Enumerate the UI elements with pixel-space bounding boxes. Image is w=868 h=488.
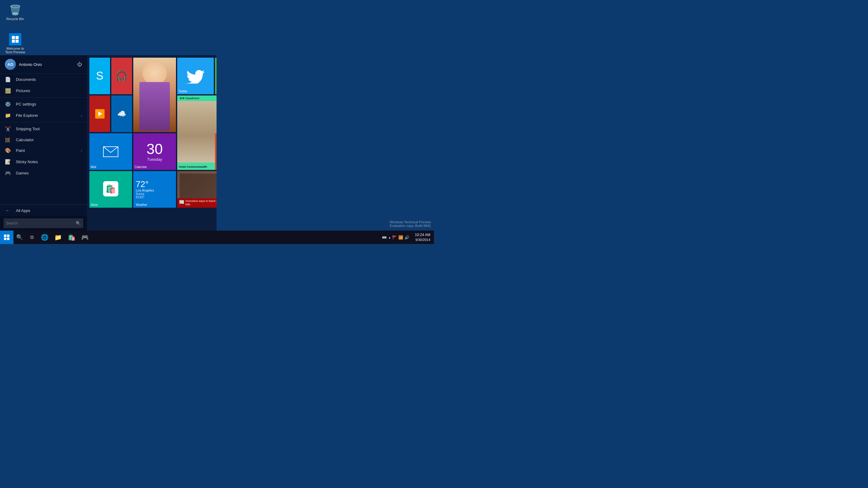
pc-settings-icon: ⚙️ [5,101,11,107]
article-label: Innovative ways to teach computers to ki… [185,200,217,207]
tile-photos[interactable] [133,58,176,132]
network-icon[interactable]: 📶 [398,235,403,240]
search-box-container: 🔍 [0,216,87,231]
snipping-icon: ✂️ [5,126,11,132]
flag-icon[interactable]: 🚩 [392,235,397,240]
weather-location: Los Angeles [136,188,174,192]
mail-label: Mail [91,165,96,169]
start-button[interactable] [0,231,13,244]
weather-label: Weather [136,203,147,207]
ie-icon: 🌐 [41,234,49,241]
watermark: Windows Technical Preview Evaluation cop… [390,220,431,227]
keyboard-icon[interactable]: ⌨️ [382,235,387,240]
pictures-icon: 🖼️ [5,88,11,94]
tile-skype[interactable]: S [89,58,110,94]
nav-item-sticky[interactable]: 📝 Sticky Notes [0,156,87,167]
all-apps-label: All Apps [16,208,30,213]
user-name: Antonio Onio [19,62,77,67]
tile-mint[interactable]: 🌿mint.com [215,58,217,94]
weather-range: 81/62° [136,195,174,199]
user-section[interactable]: AO Antonio Onio ⏻ [0,55,87,74]
welcome-label: Welcome toTech Preview [5,47,25,54]
taskbar: 🔍 ⧉ 🌐 📁 🛍️ 🎮 ⌨️ ▲ 🚩 📶 🔊 [0,231,434,244]
all-apps-button[interactable]: → All Apps [0,205,87,216]
file-explorer-icon: 📁 [5,113,11,118]
nav-item-file-explorer[interactable]: 📁 File Explorer › [0,110,87,121]
mail-icon [103,146,118,157]
store-label: Store [91,203,98,207]
taskbar-store-button[interactable]: 🛍️ [65,231,78,244]
tile-music[interactable]: 🎧 [111,58,132,94]
games-icon: 🎮 [5,170,11,176]
calendar-day: Tuesday [147,157,162,162]
all-apps-arrow-icon: → [5,208,11,213]
nav-item-pictures[interactable]: 🖼️ Pictures [0,85,87,96]
nav-divider-1 [0,97,87,98]
tile-store[interactable]: 🛍️ Store [89,171,132,208]
recycle-bin-icon[interactable]: 🗑️ Recycle Bin [3,3,27,22]
music-icon: 🎧 [116,70,128,82]
twitter-bird-icon [186,68,205,84]
tile-article[interactable]: 📰 Innovative ways to teach computers to … [177,171,217,208]
paint-arrow: › [81,149,82,153]
calendar-label: Calendar [134,165,147,169]
desktop: 🗑️ Recycle Bin Welcome toTech Preview Wi… [0,0,434,244]
tile-tripadvisor[interactable]: ⊕⊕ tripadvisor Hotel Commonwealth [177,95,217,170]
file-explorer-arrow: › [81,114,82,118]
clock-date: 9/30/2014 [415,238,430,242]
tile-mail[interactable]: Mail [89,133,132,170]
taskbar-search-button[interactable]: 🔍 [13,231,26,244]
article-icon: 📰 [179,200,184,204]
xbox-icon: 🎮 [81,234,89,241]
recycle-bin-label: Recycle Bin [6,17,24,21]
power-icon[interactable]: ⏻ [77,62,82,67]
explorer-icon: 📁 [54,234,62,241]
chevron-icon[interactable]: ▲ [388,236,391,239]
nav-item-snipping[interactable]: ✂️ Snipping Tool [0,123,87,134]
nav-item-documents[interactable]: 📄 Documents [0,74,87,85]
paint-icon: 🎨 [5,148,11,153]
taskbar-explorer-button[interactable]: 📁 [51,231,65,244]
tile-powerpoint[interactable]: P [215,133,217,170]
video-icon: ▶️ [95,109,105,119]
nav-item-pc-settings[interactable]: ⚙️ PC settings [0,98,87,110]
tile-weather[interactable]: 72° Los Angeles Sunny 81/62° Weather [133,171,176,208]
tile-video[interactable]: ▶️ [89,95,110,132]
tiles-panel: S 🎧 T [87,55,217,231]
tile-twitter[interactable]: Twitter [177,58,214,94]
taskbar-ie-button[interactable]: 🌐 [38,231,51,244]
taskbar-store-icon: 🛍️ [68,234,75,241]
nav-item-paint[interactable]: 🎨 Paint › [0,145,87,156]
search-input[interactable] [6,221,75,225]
start-menu-left: AO Antonio Onio ⏻ 📄 Documents 🖼️ Picture… [0,55,87,231]
taskbar-taskview-button[interactable]: ⧉ [26,231,38,244]
sticky-notes-icon: 📝 [5,159,11,165]
calendar-date: 30 [146,142,162,156]
nav-divider-2 [0,122,87,122]
search-icon: 🔍 [75,221,81,226]
nav-item-calculator[interactable]: 🧮 Calculator [0,134,87,145]
tile-onedrive[interactable]: ☁️ [111,95,132,132]
tripadvisor-label: Hotel Commonwealth [179,165,207,169]
onedrive-icon: ☁️ [117,110,126,118]
welcome-icon[interactable]: Welcome toTech Preview [3,32,27,55]
documents-icon: 📄 [5,77,11,82]
weather-temp: 72° [136,180,174,188]
twitter-label: Twitter [179,90,187,93]
taskview-icon: ⧉ [30,235,34,240]
calculator-icon: 🧮 [5,137,11,142]
taskbar-xbox-button[interactable]: 🎮 [78,231,92,244]
taskbar-clock[interactable]: 10:24 AM 9/30/2014 [411,233,434,242]
taskbar-search-icon: 🔍 [16,234,23,241]
tile-calendar[interactable]: 30 Tuesday Calendar [133,133,176,170]
search-box[interactable]: 🔍 [4,218,83,228]
clock-time: 10:24 AM [415,233,430,238]
tiles-grid: S 🎧 T [89,58,216,227]
system-tray: ⌨️ ▲ 🚩 📶 🔊 [380,235,411,240]
skype-icon: S [96,69,103,82]
nav-item-games[interactable]: 🎮 Games [0,167,87,179]
volume-icon[interactable]: 🔊 [404,235,409,240]
start-menu: AO Antonio Onio ⏻ 📄 Documents 🖼️ Picture… [0,55,217,231]
user-avatar: AO [5,59,16,70]
weather-condition: Sunny [136,192,174,195]
